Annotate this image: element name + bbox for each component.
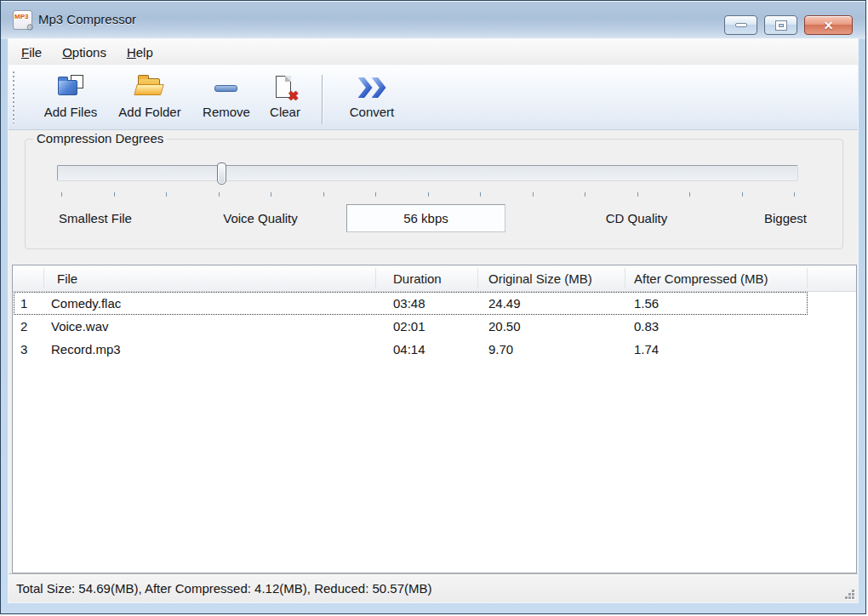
table-row[interactable]: 3 Record.mp3 04:14 9.70 1.74: [13, 338, 856, 361]
row-number: 1: [13, 296, 44, 311]
scale-label-smallest-file: Smallest File: [59, 211, 132, 225]
row-file-name: Voice.wav: [44, 319, 376, 334]
menu-file[interactable]: File: [11, 41, 52, 64]
window-controls: ✕: [724, 15, 853, 35]
convert-icon: [358, 77, 386, 98]
scale-label-cd-quality: CD Quality: [606, 211, 668, 225]
row-after-compressed: 0.83: [625, 319, 808, 334]
close-icon: ✕: [824, 20, 834, 31]
scale-label-voice-quality: Voice Quality: [223, 211, 298, 225]
row-original-size: 24.49: [478, 296, 625, 311]
add-folder-icon: [134, 75, 166, 100]
menu-help-label: elp: [136, 45, 153, 60]
toolbar: Add Files Add Folder Remove ✖ Clear Conv…: [9, 65, 858, 130]
row-file-name: Comedy.flac: [44, 296, 376, 311]
row-duration: 02:01: [376, 319, 478, 334]
row-duration: 03:48: [376, 296, 478, 311]
row-file-name: Record.mp3: [44, 342, 376, 356]
window-body: File Options Help Add Files Add Folder: [9, 39, 858, 602]
slider-ticks: [61, 192, 795, 197]
gear-icon: ⚙: [26, 23, 34, 32]
remove-label: Remove: [203, 105, 250, 119]
clear-button[interactable]: ✖ Clear: [260, 73, 310, 119]
row-after-compressed: 1.56: [625, 296, 808, 311]
minimize-icon: [735, 23, 747, 27]
menu-options-hotkey: O: [62, 45, 72, 60]
resize-grip-icon[interactable]: [842, 587, 854, 599]
menu-options-label: ptions: [72, 45, 106, 60]
remove-icon: [214, 75, 239, 100]
row-duration: 04:14: [376, 342, 478, 356]
clear-label: Clear: [270, 105, 300, 119]
window-title: Mp3 Compressor: [38, 12, 136, 26]
column-header-after-compressed[interactable]: After Compressed (MB): [625, 265, 808, 291]
add-folder-button[interactable]: Add Folder: [107, 73, 192, 119]
file-list: File Duration Original Size (MB) After C…: [12, 265, 857, 573]
scale-label-biggest: Biggest: [764, 211, 807, 225]
title-bar[interactable]: MP3 ⚙ Mp3 Compressor ✕: [1, 1, 865, 39]
slider-thumb[interactable]: [217, 163, 226, 185]
bitrate-value-box: 56 kbps: [346, 204, 505, 232]
column-header-file[interactable]: File: [44, 265, 376, 291]
status-summary: Total Size: 54.69(MB), After Compressed:…: [16, 581, 432, 596]
add-files-icon: [55, 75, 86, 100]
toolbar-grip[interactable]: [12, 71, 16, 123]
app-window: MP3 ⚙ Mp3 Compressor ✕ File Options: [0, 0, 866, 614]
toolbar-separator: [322, 75, 323, 124]
close-button[interactable]: ✕: [804, 15, 853, 35]
menu-bar: File Options Help: [9, 39, 858, 65]
row-original-size: 20.50: [478, 319, 625, 334]
column-header-duration[interactable]: Duration: [376, 265, 478, 291]
add-files-button[interactable]: Add Files: [34, 73, 107, 119]
menu-help[interactable]: Help: [117, 41, 163, 64]
convert-label: Convert: [350, 105, 395, 119]
app-icon: MP3 ⚙: [13, 10, 32, 30]
column-header-spacer: [808, 265, 856, 291]
mp3-badge-icon: MP3: [14, 13, 28, 20]
status-bar: Total Size: 54.69(MB), After Compressed:…: [9, 573, 858, 602]
row-original-size: 9.70: [478, 342, 625, 356]
compression-degrees-title: Compression Degrees: [33, 131, 167, 145]
menu-file-label: ile: [29, 45, 42, 60]
column-header-original-size[interactable]: Original Size (MB): [478, 265, 625, 291]
compression-slider[interactable]: [57, 165, 798, 181]
compression-degrees-group: Compression Degrees Smallest File Voice …: [25, 139, 843, 249]
file-list-header: File Duration Original Size (MB) After C…: [13, 265, 856, 292]
row-after-compressed: 1.74: [625, 342, 808, 356]
row-number: 2: [13, 319, 44, 334]
menu-file-hotkey: F: [21, 45, 29, 60]
clear-icon: ✖: [273, 75, 297, 100]
table-row[interactable]: 1 Comedy.flac 03:48 24.49 1.56: [13, 292, 856, 315]
convert-button[interactable]: Convert: [331, 73, 413, 119]
maximize-icon: [776, 21, 786, 30]
add-files-label: Add Files: [44, 105, 98, 119]
table-row[interactable]: 2 Voice.wav 02:01 20.50 0.83: [13, 315, 856, 338]
add-folder-label: Add Folder: [118, 105, 180, 119]
maximize-button[interactable]: [764, 15, 797, 35]
menu-help-hotkey: H: [127, 45, 136, 60]
remove-button[interactable]: Remove: [192, 73, 260, 119]
column-header-number[interactable]: [13, 265, 44, 291]
menu-options[interactable]: Options: [52, 41, 117, 64]
minimize-button[interactable]: [724, 15, 757, 35]
row-number: 3: [13, 342, 44, 356]
